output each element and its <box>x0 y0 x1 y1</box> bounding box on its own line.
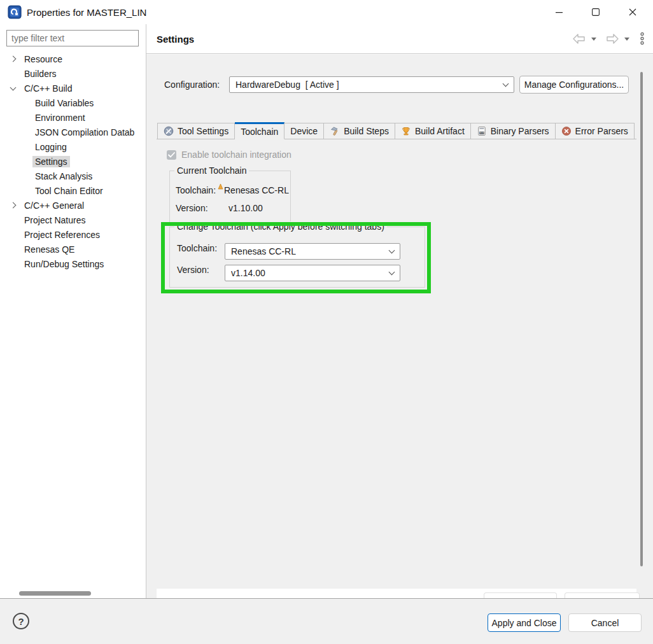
window-title: Properties for MASTER_LIN <box>27 0 146 24</box>
tab-binary-parsers[interactable]: 010 Binary Parsers <box>471 123 556 139</box>
change-toolchain-group-title: Change Toolchain (click Apply before swi… <box>174 221 387 232</box>
error-icon <box>561 126 572 136</box>
change-version-row: Version: <box>177 265 224 275</box>
svg-text:010: 010 <box>479 131 484 134</box>
tab-toolchain[interactable]: Toolchain <box>235 122 284 139</box>
tab-build-artifact[interactable]: Build Artifact <box>395 123 471 139</box>
version-label: Version: <box>176 203 228 213</box>
app-icon <box>8 5 22 19</box>
sidebar-item-tool-chain-editor[interactable]: Tool Chain Editor <box>0 183 146 198</box>
sidebar-item-build-variables[interactable]: Build Variables <box>0 95 146 110</box>
change-toolchain-group: Change Toolchain (click Apply before swi… <box>169 227 425 288</box>
back-arrow-icon[interactable] <box>572 32 587 46</box>
vertical-scrollbar-thumb[interactable] <box>640 72 643 566</box>
sidebar-item-builders[interactable]: Builders <box>0 66 146 81</box>
maximize-button[interactable] <box>581 0 610 24</box>
tab-tool-settings[interactable]: Tool Settings <box>157 123 235 139</box>
chevron-down-icon <box>503 81 509 87</box>
change-toolchain-row: Toolchain: <box>177 243 224 253</box>
sidebar-item-renesas-qe[interactable]: Renesas QE <box>0 242 146 256</box>
tab-device[interactable]: Device <box>284 123 324 139</box>
tool-settings-icon <box>164 126 174 136</box>
help-icon[interactable]: ? <box>13 613 29 629</box>
version-select[interactable]: v1.14.00 <box>225 265 400 281</box>
sidebar-item-project-references[interactable]: Project References <box>0 227 146 242</box>
back-history-dropdown-icon[interactable] <box>591 38 596 41</box>
sidebar: Resource Builders C/C++ Build Build Vari… <box>0 24 146 598</box>
current-version-value: v1.10.00 <box>228 203 263 213</box>
configuration-select[interactable]: HardwareDebug [ Active ] <box>229 76 514 93</box>
chevron-right-icon <box>10 202 17 209</box>
settings-panel: Configuration: HardwareDebug [ Active ] … <box>146 55 653 598</box>
configuration-label: Configuration: <box>164 76 220 94</box>
page-header: Settings <box>146 24 653 54</box>
tab-build-steps[interactable]: Build Steps <box>324 123 395 139</box>
sidebar-item-settings[interactable]: Settings <box>0 154 146 169</box>
enable-toolchain-label: Enable toolchain integration <box>181 150 291 160</box>
horizontal-scrollbar-thumb[interactable] <box>19 591 91 596</box>
chevron-down-icon <box>10 85 17 91</box>
current-toolchain-group: Current Toolchain Toolchain: Renesas CC-… <box>169 171 291 224</box>
forward-arrow-icon[interactable] <box>605 32 620 46</box>
current-toolchain-value: Renesas CC-RL <box>224 185 289 195</box>
sidebar-item-run-debug-settings[interactable]: Run/Debug Settings <box>0 256 146 271</box>
tab-bar: Tool Settings Toolchain Device Build Ste… <box>157 123 635 139</box>
manage-configurations-button[interactable]: Manage Configurations... <box>519 76 629 94</box>
properties-dialog: Properties for MASTER_LIN Resource Build… <box>0 0 653 644</box>
enable-toolchain-checkbox[interactable] <box>167 150 176 160</box>
apply-and-close-button[interactable]: Apply and Close <box>488 613 561 632</box>
toolchain-select[interactable]: Renesas CC-RL <box>225 243 400 260</box>
close-button[interactable] <box>618 0 647 24</box>
dialog-footer: ? Apply and Close Cancel <box>0 598 653 644</box>
page-title: Settings <box>157 24 194 53</box>
current-version-row: Version: v1.10.00 <box>176 203 263 213</box>
sidebar-item-stack-analysis[interactable]: Stack Analysis <box>0 169 146 183</box>
filter-input[interactable] <box>6 30 139 46</box>
toolchain-label: Toolchain: <box>176 185 218 195</box>
sidebar-item-ccpp-general[interactable]: C/C++ General <box>0 198 146 213</box>
binary-file-icon: 010 <box>477 126 487 136</box>
toolchain-label: Toolchain: <box>177 243 224 253</box>
tab-error-parsers[interactable]: Error Parsers <box>556 123 635 139</box>
minimize-button[interactable] <box>544 0 573 24</box>
version-label: Version: <box>177 265 224 275</box>
chevron-down-icon <box>389 269 395 276</box>
properties-tree: Resource Builders C/C++ Build Build Vari… <box>0 52 146 271</box>
trophy-icon <box>401 126 411 136</box>
enable-toolchain-row: Enable toolchain integration <box>167 150 291 160</box>
sidebar-item-logging[interactable]: Logging <box>0 139 146 154</box>
sidebar-item-json-compilation-database[interactable]: JSON Compilation Datab <box>0 125 146 139</box>
chevron-down-icon <box>389 248 395 254</box>
forward-history-dropdown-icon[interactable] <box>624 38 629 41</box>
sidebar-item-environment[interactable]: Environment <box>0 110 146 125</box>
chevron-right-icon <box>10 56 17 62</box>
hammer-icon <box>330 126 340 136</box>
warning-icon <box>218 183 223 190</box>
current-toolchain-group-title: Current Toolchain <box>174 165 249 176</box>
title-bar: Properties for MASTER_LIN <box>0 0 653 24</box>
sidebar-item-resource[interactable]: Resource <box>0 52 146 66</box>
current-toolchain-row: Toolchain: Renesas CC-RL <box>176 185 289 195</box>
sidebar-item-project-natures[interactable]: Project Natures <box>0 213 146 227</box>
view-menu-icon[interactable] <box>639 31 645 46</box>
sidebar-item-ccpp-build[interactable]: C/C++ Build <box>0 81 146 95</box>
cancel-button[interactable]: Cancel <box>568 613 642 632</box>
